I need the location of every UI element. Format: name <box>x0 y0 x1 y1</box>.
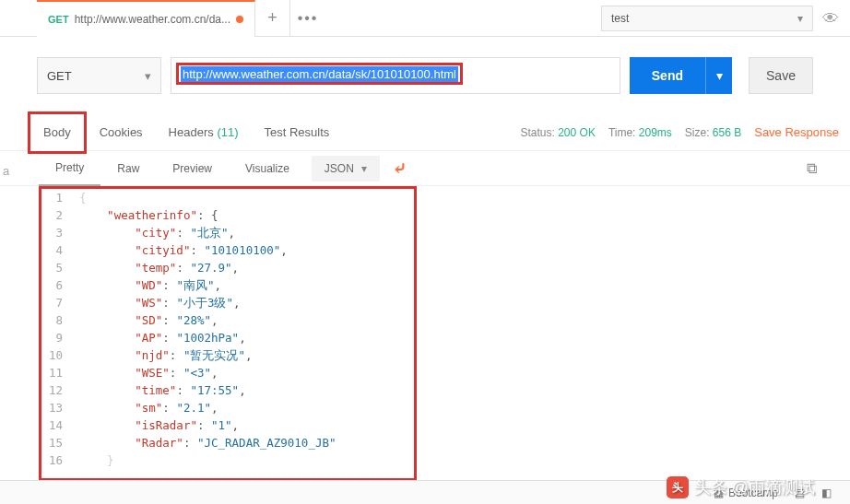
line-gutter: 12345678910111213141516 <box>0 189 79 469</box>
save-response-link[interactable]: Save Response <box>754 125 839 139</box>
save-button[interactable]: Save <box>749 57 813 94</box>
fmt-raw[interactable]: Raw <box>100 151 156 186</box>
chevron-down-icon: ▾ <box>145 69 151 83</box>
url-input[interactable]: http://www.weather.com.cn/data/sk/101010… <box>171 57 620 94</box>
tab-more-button[interactable]: ••• <box>290 0 325 37</box>
chevron-down-icon: ▾ <box>797 12 803 25</box>
fmt-visualize[interactable]: Visualize <box>229 151 306 186</box>
fmt-preview[interactable]: Preview <box>156 151 229 186</box>
chevron-down-icon: ▾ <box>716 68 723 83</box>
watermark: 头 头条 @雨滴测试 <box>667 476 815 498</box>
response-tabs: Body Cookies Headers (11) Test Results S… <box>0 114 850 151</box>
wrap-lines-icon[interactable]: ⤶ <box>393 158 407 179</box>
environment-select[interactable]: test ▾ <box>601 6 813 31</box>
environment-label: test <box>611 12 629 25</box>
method-select[interactable]: GET ▾ <box>37 57 161 94</box>
request-row: GET ▾ http://www.weather.com.cn/data/sk/… <box>0 37 850 114</box>
tab-cookies[interactable]: Cookies <box>87 114 156 151</box>
send-dropdown-button[interactable]: ▾ <box>706 57 732 94</box>
unsaved-dot-icon <box>236 16 243 23</box>
status-bar: Status: 200 OK Time: 209ms Size: 656 B S… <box>520 125 839 139</box>
eye-icon[interactable]: 👁 <box>822 9 839 29</box>
tab-test-results[interactable]: Test Results <box>252 114 343 151</box>
url-text: http://www.weather.com.cn/data/sk/101010… <box>181 66 458 82</box>
tab-bar: GET http://www.weather.com.cn/da... + ••… <box>0 0 850 37</box>
fmt-type-select[interactable]: JSON ▾ <box>312 156 380 182</box>
tab-headers[interactable]: Headers (11) <box>156 114 252 151</box>
fmt-pretty[interactable]: Pretty <box>39 151 100 186</box>
send-button[interactable]: Send <box>630 57 706 94</box>
format-bar: Pretty Raw Preview Visualize JSON ▾ ⤶ ⧉ <box>0 151 850 186</box>
new-tab-button[interactable]: + <box>255 0 290 37</box>
code-lines[interactable]: { "weatherinfo": { "city": "北京", "cityid… <box>79 189 850 469</box>
chevron-down-icon: ▾ <box>361 162 367 175</box>
request-tab[interactable]: GET http://www.weather.com.cn/da... <box>37 0 255 37</box>
method-label: GET <box>47 69 72 83</box>
tab-title: http://www.weather.com.cn/da... <box>75 13 230 26</box>
watermark-logo-icon: 头 <box>667 476 689 498</box>
response-body: 12345678910111213141516 { "weatherinfo":… <box>0 186 850 469</box>
copy-icon[interactable]: ⧉ <box>807 160 817 177</box>
tab-body[interactable]: Body <box>30 114 84 151</box>
tab-method: GET <box>48 14 69 25</box>
footer-panel-icon[interactable]: ◧ <box>821 486 832 499</box>
